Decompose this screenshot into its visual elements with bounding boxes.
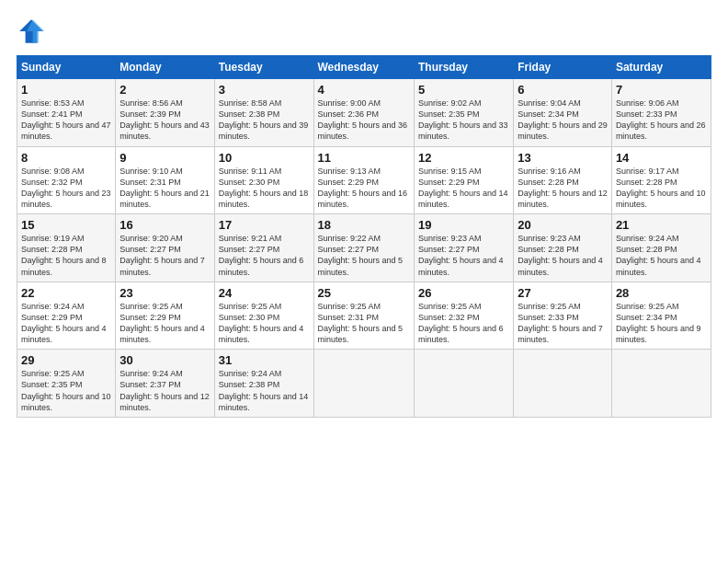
- day-number: 6: [518, 83, 608, 97]
- day-info: Sunrise: 9:00 AMSunset: 2:36 PMDaylight:…: [318, 98, 410, 143]
- calendar-table: SundayMondayTuesdayWednesdayThursdayFrid…: [17, 55, 711, 418]
- day-info: Sunrise: 8:56 AMSunset: 2:39 PMDaylight:…: [119, 98, 210, 143]
- col-header-monday: Monday: [116, 56, 214, 79]
- day-cell: 4Sunrise: 9:00 AMSunset: 2:36 PMDaylight…: [313, 79, 414, 147]
- day-number: 26: [418, 286, 509, 300]
- day-info: Sunrise: 9:19 AMSunset: 2:28 PMDaylight:…: [21, 233, 111, 278]
- day-cell: 1Sunrise: 8:53 AMSunset: 2:41 PMDaylight…: [17, 79, 116, 147]
- page: SundayMondayTuesdayWednesdayThursdayFrid…: [0, 0, 728, 563]
- day-info: Sunrise: 9:20 AMSunset: 2:27 PMDaylight:…: [119, 233, 210, 278]
- day-cell: 8Sunrise: 9:08 AMSunset: 2:32 PMDaylight…: [17, 146, 116, 214]
- week-row-5: 29Sunrise: 9:25 AMSunset: 2:35 PMDayligh…: [17, 350, 711, 418]
- day-number: 3: [219, 83, 310, 97]
- day-cell: 24Sunrise: 9:25 AMSunset: 2:30 PMDayligh…: [214, 282, 313, 350]
- day-cell: 27Sunrise: 9:25 AMSunset: 2:33 PMDayligh…: [514, 282, 612, 350]
- day-cell: 6Sunrise: 9:04 AMSunset: 2:34 PMDaylight…: [514, 79, 612, 147]
- day-info: Sunrise: 9:24 AMSunset: 2:29 PMDaylight:…: [21, 301, 111, 346]
- col-header-tuesday: Tuesday: [214, 56, 313, 79]
- day-number: 24: [219, 286, 310, 300]
- day-cell: 9Sunrise: 9:10 AMSunset: 2:31 PMDaylight…: [116, 146, 214, 214]
- day-info: Sunrise: 9:25 AMSunset: 2:29 PMDaylight:…: [119, 301, 210, 346]
- week-row-4: 22Sunrise: 9:24 AMSunset: 2:29 PMDayligh…: [17, 282, 711, 350]
- day-info: Sunrise: 9:24 AMSunset: 2:38 PMDaylight:…: [219, 368, 310, 413]
- day-cell: 25Sunrise: 9:25 AMSunset: 2:31 PMDayligh…: [313, 282, 414, 350]
- col-header-sunday: Sunday: [17, 56, 116, 79]
- day-cell: 23Sunrise: 9:25 AMSunset: 2:29 PMDayligh…: [116, 282, 214, 350]
- day-number: 15: [21, 218, 111, 232]
- day-cell: 5Sunrise: 9:02 AMSunset: 2:35 PMDaylight…: [414, 79, 513, 147]
- col-header-wednesday: Wednesday: [313, 56, 414, 79]
- day-number: 2: [119, 83, 210, 97]
- day-number: 19: [418, 218, 509, 232]
- day-info: Sunrise: 9:10 AMSunset: 2:31 PMDaylight:…: [119, 166, 210, 211]
- day-cell: [611, 350, 711, 418]
- logo: [17, 17, 50, 46]
- week-row-3: 15Sunrise: 9:19 AMSunset: 2:28 PMDayligh…: [17, 214, 711, 282]
- day-cell: 22Sunrise: 9:24 AMSunset: 2:29 PMDayligh…: [17, 282, 116, 350]
- week-row-1: 1Sunrise: 8:53 AMSunset: 2:41 PMDaylight…: [17, 79, 711, 147]
- day-info: Sunrise: 9:25 AMSunset: 2:31 PMDaylight:…: [318, 301, 410, 346]
- day-cell: 17Sunrise: 9:21 AMSunset: 2:27 PMDayligh…: [214, 214, 313, 282]
- day-cell: 18Sunrise: 9:22 AMSunset: 2:27 PMDayligh…: [313, 214, 414, 282]
- day-number: 7: [616, 83, 707, 97]
- day-info: Sunrise: 8:53 AMSunset: 2:41 PMDaylight:…: [21, 98, 111, 143]
- day-cell: [414, 350, 513, 418]
- day-cell: 21Sunrise: 9:24 AMSunset: 2:28 PMDayligh…: [611, 214, 711, 282]
- col-header-friday: Friday: [514, 56, 612, 79]
- day-info: Sunrise: 9:06 AMSunset: 2:33 PMDaylight:…: [616, 98, 707, 143]
- day-number: 12: [418, 151, 509, 165]
- day-cell: 2Sunrise: 8:56 AMSunset: 2:39 PMDaylight…: [116, 79, 214, 147]
- day-info: Sunrise: 9:23 AMSunset: 2:28 PMDaylight:…: [518, 233, 608, 278]
- day-number: 29: [21, 353, 111, 367]
- day-info: Sunrise: 9:23 AMSunset: 2:27 PMDaylight:…: [418, 233, 509, 278]
- day-number: 31: [219, 353, 310, 367]
- day-info: Sunrise: 9:25 AMSunset: 2:32 PMDaylight:…: [418, 301, 509, 346]
- header-row: SundayMondayTuesdayWednesdayThursdayFrid…: [17, 56, 711, 79]
- day-info: Sunrise: 9:02 AMSunset: 2:35 PMDaylight:…: [418, 98, 509, 143]
- day-cell: 15Sunrise: 9:19 AMSunset: 2:28 PMDayligh…: [17, 214, 116, 282]
- day-number: 23: [119, 286, 210, 300]
- day-cell: 20Sunrise: 9:23 AMSunset: 2:28 PMDayligh…: [514, 214, 612, 282]
- day-info: Sunrise: 9:24 AMSunset: 2:28 PMDaylight:…: [616, 233, 707, 278]
- day-info: Sunrise: 9:04 AMSunset: 2:34 PMDaylight:…: [518, 98, 608, 143]
- day-info: Sunrise: 9:24 AMSunset: 2:37 PMDaylight:…: [119, 368, 210, 413]
- day-cell: 29Sunrise: 9:25 AMSunset: 2:35 PMDayligh…: [17, 350, 116, 418]
- day-info: Sunrise: 9:13 AMSunset: 2:29 PMDaylight:…: [318, 166, 410, 211]
- week-row-2: 8Sunrise: 9:08 AMSunset: 2:32 PMDaylight…: [17, 146, 711, 214]
- day-number: 4: [318, 83, 410, 97]
- day-cell: [514, 350, 612, 418]
- day-info: Sunrise: 9:25 AMSunset: 2:35 PMDaylight:…: [21, 368, 111, 413]
- day-number: 10: [219, 151, 310, 165]
- calendar-body: 1Sunrise: 8:53 AMSunset: 2:41 PMDaylight…: [17, 79, 711, 418]
- day-number: 13: [518, 151, 608, 165]
- day-number: 9: [119, 151, 210, 165]
- day-cell: 11Sunrise: 9:13 AMSunset: 2:29 PMDayligh…: [313, 146, 414, 214]
- calendar-header: SundayMondayTuesdayWednesdayThursdayFrid…: [17, 56, 711, 79]
- day-info: Sunrise: 9:21 AMSunset: 2:27 PMDaylight:…: [219, 233, 310, 278]
- day-cell: 28Sunrise: 9:25 AMSunset: 2:34 PMDayligh…: [611, 282, 711, 350]
- day-info: Sunrise: 9:22 AMSunset: 2:27 PMDaylight:…: [318, 233, 410, 278]
- day-number: 8: [21, 151, 111, 165]
- day-cell: 16Sunrise: 9:20 AMSunset: 2:27 PMDayligh…: [116, 214, 214, 282]
- day-cell: 31Sunrise: 9:24 AMSunset: 2:38 PMDayligh…: [214, 350, 313, 418]
- day-cell: 10Sunrise: 9:11 AMSunset: 2:30 PMDayligh…: [214, 146, 313, 214]
- day-cell: [313, 350, 414, 418]
- day-number: 27: [518, 286, 608, 300]
- day-number: 21: [616, 218, 707, 232]
- day-cell: 14Sunrise: 9:17 AMSunset: 2:28 PMDayligh…: [611, 146, 711, 214]
- day-cell: 26Sunrise: 9:25 AMSunset: 2:32 PMDayligh…: [414, 282, 513, 350]
- day-info: Sunrise: 9:25 AMSunset: 2:34 PMDaylight:…: [616, 301, 707, 346]
- header: [17, 17, 711, 46]
- day-info: Sunrise: 9:15 AMSunset: 2:29 PMDaylight:…: [418, 166, 509, 211]
- day-number: 22: [21, 286, 111, 300]
- day-number: 11: [318, 151, 410, 165]
- day-cell: 13Sunrise: 9:16 AMSunset: 2:28 PMDayligh…: [514, 146, 612, 214]
- day-info: Sunrise: 8:58 AMSunset: 2:38 PMDaylight:…: [219, 98, 310, 143]
- day-number: 17: [219, 218, 310, 232]
- day-info: Sunrise: 9:25 AMSunset: 2:30 PMDaylight:…: [219, 301, 310, 346]
- day-cell: 12Sunrise: 9:15 AMSunset: 2:29 PMDayligh…: [414, 146, 513, 214]
- logo-icon: [17, 17, 46, 46]
- day-cell: 7Sunrise: 9:06 AMSunset: 2:33 PMDaylight…: [611, 79, 711, 147]
- day-number: 28: [616, 286, 707, 300]
- day-number: 14: [616, 151, 707, 165]
